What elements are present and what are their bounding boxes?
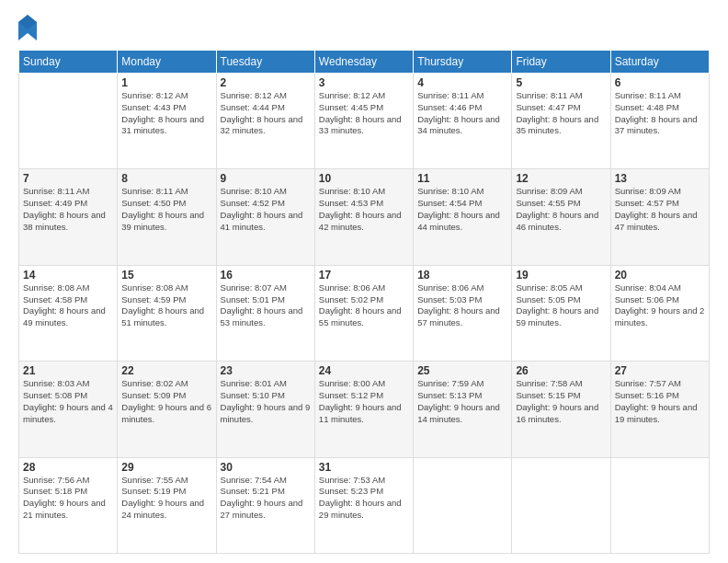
logo	[18, 15, 40, 40]
day-number: 19	[516, 269, 606, 282]
calendar-cell: 19Sunrise: 8:05 AMSunset: 5:05 PMDayligh…	[512, 265, 610, 361]
day-info: Sunrise: 7:53 AMSunset: 5:23 PMDaylight:…	[319, 475, 409, 522]
calendar-cell: 17Sunrise: 8:06 AMSunset: 5:02 PMDayligh…	[314, 265, 413, 361]
weekday-header-sunday: Sunday	[19, 51, 118, 74]
weekday-header-tuesday: Tuesday	[216, 51, 314, 74]
calendar-cell: 21Sunrise: 8:03 AMSunset: 5:08 PMDayligh…	[19, 362, 118, 457]
calendar-cell: 4Sunrise: 8:11 AMSunset: 4:46 PMDaylight…	[414, 74, 512, 169]
calendar-cell: 24Sunrise: 8:00 AMSunset: 5:12 PMDayligh…	[314, 362, 413, 457]
day-info: Sunrise: 8:10 AMSunset: 4:54 PMDaylight:…	[417, 186, 507, 233]
day-info: Sunrise: 8:05 AMSunset: 5:05 PMDaylight:…	[516, 282, 606, 329]
day-info: Sunrise: 8:10 AMSunset: 4:52 PMDaylight:…	[221, 186, 311, 233]
day-number: 9	[221, 172, 311, 185]
day-number: 5	[516, 76, 606, 89]
calendar-cell	[19, 74, 118, 169]
calendar-cell: 27Sunrise: 7:57 AMSunset: 5:16 PMDayligh…	[610, 362, 709, 457]
weekday-header-saturday: Saturday	[610, 51, 709, 74]
calendar-cell: 12Sunrise: 8:09 AMSunset: 4:55 PMDayligh…	[512, 169, 610, 265]
day-number: 10	[319, 172, 409, 185]
day-number: 29	[121, 461, 211, 474]
calendar-cell: 14Sunrise: 8:08 AMSunset: 4:58 PMDayligh…	[19, 265, 118, 361]
day-info: Sunrise: 8:09 AMSunset: 4:55 PMDaylight:…	[516, 186, 606, 233]
day-number: 26	[516, 364, 606, 377]
calendar-cell: 7Sunrise: 8:11 AMSunset: 4:49 PMDaylight…	[19, 169, 118, 265]
day-info: Sunrise: 8:12 AMSunset: 4:43 PMDaylight:…	[121, 90, 211, 137]
calendar-week-1: 1Sunrise: 8:12 AMSunset: 4:43 PMDaylight…	[19, 74, 710, 169]
day-info: Sunrise: 7:55 AMSunset: 5:19 PMDaylight:…	[121, 475, 211, 522]
day-number: 18	[417, 269, 507, 282]
calendar-cell: 31Sunrise: 7:53 AMSunset: 5:23 PMDayligh…	[314, 457, 413, 553]
day-number: 21	[23, 364, 113, 377]
day-info: Sunrise: 7:56 AMSunset: 5:18 PMDaylight:…	[23, 475, 113, 522]
calendar-cell: 3Sunrise: 8:12 AMSunset: 4:45 PMDaylight…	[314, 74, 413, 169]
calendar-cell	[512, 457, 610, 553]
day-info: Sunrise: 8:11 AMSunset: 4:49 PMDaylight:…	[23, 186, 113, 233]
day-info: Sunrise: 8:10 AMSunset: 4:53 PMDaylight:…	[319, 186, 409, 233]
day-info: Sunrise: 8:00 AMSunset: 5:12 PMDaylight:…	[319, 378, 409, 425]
weekday-header-wednesday: Wednesday	[314, 51, 413, 74]
day-info: Sunrise: 7:58 AMSunset: 5:15 PMDaylight:…	[516, 378, 606, 425]
weekday-header-thursday: Thursday	[414, 51, 512, 74]
day-number: 12	[516, 172, 606, 185]
calendar-cell: 18Sunrise: 8:06 AMSunset: 5:03 PMDayligh…	[414, 265, 512, 361]
day-number: 24	[319, 364, 409, 377]
calendar-cell: 30Sunrise: 7:54 AMSunset: 5:21 PMDayligh…	[216, 457, 314, 553]
weekday-header-monday: Monday	[118, 51, 216, 74]
day-info: Sunrise: 8:12 AMSunset: 4:45 PMDaylight:…	[319, 90, 409, 137]
day-number: 13	[615, 172, 705, 185]
day-number: 2	[221, 76, 311, 89]
calendar-cell: 22Sunrise: 8:02 AMSunset: 5:09 PMDayligh…	[118, 362, 216, 457]
calendar-week-2: 7Sunrise: 8:11 AMSunset: 4:49 PMDaylight…	[19, 169, 710, 265]
weekday-header-row: SundayMondayTuesdayWednesdayThursdayFrid…	[19, 51, 710, 74]
day-info: Sunrise: 8:04 AMSunset: 5:06 PMDaylight:…	[615, 282, 705, 329]
day-info: Sunrise: 8:06 AMSunset: 5:02 PMDaylight:…	[319, 282, 409, 329]
day-number: 4	[417, 76, 507, 89]
calendar-table: SundayMondayTuesdayWednesdayThursdayFrid…	[18, 50, 710, 554]
day-info: Sunrise: 8:06 AMSunset: 5:03 PMDaylight:…	[417, 282, 507, 329]
day-info: Sunrise: 7:54 AMSunset: 5:21 PMDaylight:…	[221, 475, 311, 522]
calendar-cell: 28Sunrise: 7:56 AMSunset: 5:18 PMDayligh…	[19, 457, 118, 553]
day-number: 7	[23, 172, 113, 185]
day-info: Sunrise: 8:01 AMSunset: 5:10 PMDaylight:…	[221, 378, 311, 425]
calendar-week-4: 21Sunrise: 8:03 AMSunset: 5:08 PMDayligh…	[19, 362, 710, 457]
day-number: 3	[319, 76, 409, 89]
day-info: Sunrise: 8:11 AMSunset: 4:48 PMDaylight:…	[615, 90, 705, 137]
calendar-cell: 15Sunrise: 8:08 AMSunset: 4:59 PMDayligh…	[118, 265, 216, 361]
calendar-cell: 25Sunrise: 7:59 AMSunset: 5:13 PMDayligh…	[414, 362, 512, 457]
day-number: 28	[23, 461, 113, 474]
calendar-cell	[414, 457, 512, 553]
header	[18, 15, 710, 40]
day-info: Sunrise: 8:07 AMSunset: 5:01 PMDaylight:…	[221, 282, 311, 329]
calendar-cell: 23Sunrise: 8:01 AMSunset: 5:10 PMDayligh…	[216, 362, 314, 457]
day-number: 27	[615, 364, 705, 377]
day-info: Sunrise: 7:57 AMSunset: 5:16 PMDaylight:…	[615, 378, 705, 425]
day-number: 11	[417, 172, 507, 185]
calendar-cell: 8Sunrise: 8:11 AMSunset: 4:50 PMDaylight…	[118, 169, 216, 265]
day-number: 17	[319, 269, 409, 282]
calendar-week-3: 14Sunrise: 8:08 AMSunset: 4:58 PMDayligh…	[19, 265, 710, 361]
day-number: 15	[121, 269, 211, 282]
day-number: 14	[23, 269, 113, 282]
calendar-cell: 6Sunrise: 8:11 AMSunset: 4:48 PMDaylight…	[610, 74, 709, 169]
day-info: Sunrise: 8:11 AMSunset: 4:46 PMDaylight:…	[417, 90, 507, 137]
day-info: Sunrise: 8:02 AMSunset: 5:09 PMDaylight:…	[121, 378, 211, 425]
calendar-cell: 16Sunrise: 8:07 AMSunset: 5:01 PMDayligh…	[216, 265, 314, 361]
day-number: 1	[121, 76, 211, 89]
calendar-cell: 9Sunrise: 8:10 AMSunset: 4:52 PMDaylight…	[216, 169, 314, 265]
calendar-cell: 29Sunrise: 7:55 AMSunset: 5:19 PMDayligh…	[118, 457, 216, 553]
day-info: Sunrise: 8:11 AMSunset: 4:50 PMDaylight:…	[121, 186, 211, 233]
calendar-cell: 10Sunrise: 8:10 AMSunset: 4:53 PMDayligh…	[314, 169, 413, 265]
day-number: 22	[121, 364, 211, 377]
calendar-cell: 26Sunrise: 7:58 AMSunset: 5:15 PMDayligh…	[512, 362, 610, 457]
day-info: Sunrise: 8:08 AMSunset: 4:59 PMDaylight:…	[121, 282, 211, 329]
day-number: 23	[221, 364, 311, 377]
day-number: 8	[121, 172, 211, 185]
calendar-week-5: 28Sunrise: 7:56 AMSunset: 5:18 PMDayligh…	[19, 457, 710, 553]
day-info: Sunrise: 8:03 AMSunset: 5:08 PMDaylight:…	[23, 378, 113, 425]
day-info: Sunrise: 8:12 AMSunset: 4:44 PMDaylight:…	[221, 90, 311, 137]
calendar-cell: 20Sunrise: 8:04 AMSunset: 5:06 PMDayligh…	[610, 265, 709, 361]
day-info: Sunrise: 8:08 AMSunset: 4:58 PMDaylight:…	[23, 282, 113, 329]
calendar-cell: 13Sunrise: 8:09 AMSunset: 4:57 PMDayligh…	[610, 169, 709, 265]
day-info: Sunrise: 7:59 AMSunset: 5:13 PMDaylight:…	[417, 378, 507, 425]
day-number: 16	[221, 269, 311, 282]
